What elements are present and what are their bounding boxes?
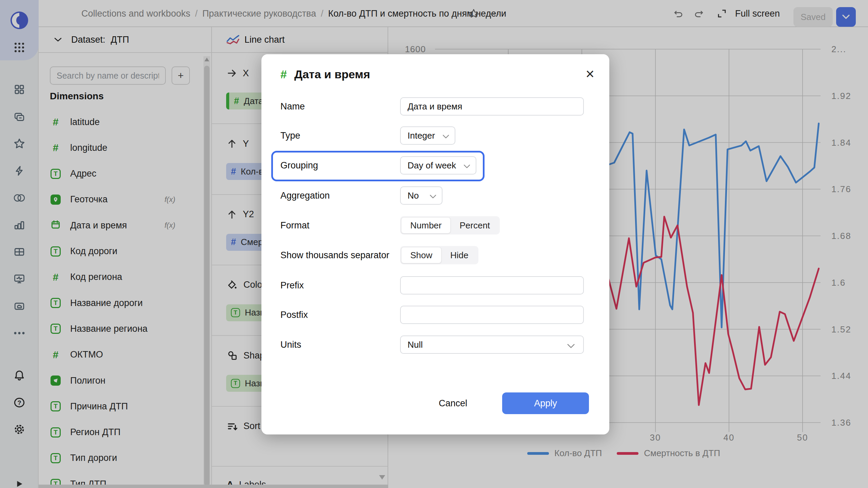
type-label: Type	[280, 126, 300, 145]
prefix-label: Prefix	[280, 276, 304, 294]
postfix-input[interactable]	[400, 306, 584, 324]
field-type-hash-icon: #	[280, 68, 287, 81]
cancel-button[interactable]: Cancel	[431, 392, 475, 414]
app-window: Collections and workbooks / Практические…	[0, 0, 868, 488]
separator-hide-option[interactable]: Hide	[441, 247, 477, 263]
format-toggle: Number Percent	[400, 216, 500, 235]
separator-toggle: Show Hide	[400, 246, 478, 264]
dialog-title: Дата и время	[294, 68, 370, 81]
units-select[interactable]: Null	[400, 336, 584, 354]
grouping-select[interactable]: Day of week	[400, 156, 476, 175]
apply-button[interactable]: Apply	[502, 392, 589, 414]
separator-show-option[interactable]: Show	[401, 247, 441, 263]
close-icon[interactable]: ×	[586, 66, 594, 81]
aggregation-label: Aggregation	[280, 186, 330, 205]
postfix-label: Postfix	[280, 306, 308, 324]
name-input[interactable]	[400, 97, 584, 116]
format-label: Format	[280, 216, 310, 235]
aggregation-select[interactable]: No	[400, 186, 442, 205]
prefix-input[interactable]	[400, 276, 584, 294]
field-settings-dialog: # Дата и время × Name Type Integer Group…	[261, 54, 609, 434]
thousands-separator-label: Show thousands separator	[280, 246, 389, 264]
chevron-down-icon	[430, 195, 436, 199]
chevron-down-icon	[567, 344, 575, 348]
chevron-down-icon	[463, 164, 470, 168]
type-select[interactable]: Integer	[400, 126, 455, 145]
name-label: Name	[280, 97, 305, 116]
chevron-down-icon	[442, 135, 449, 139]
format-number-option[interactable]: Number	[401, 217, 451, 233]
units-label: Units	[280, 336, 301, 354]
grouping-label: Grouping	[280, 156, 318, 175]
format-percent-option[interactable]: Percent	[451, 217, 499, 233]
